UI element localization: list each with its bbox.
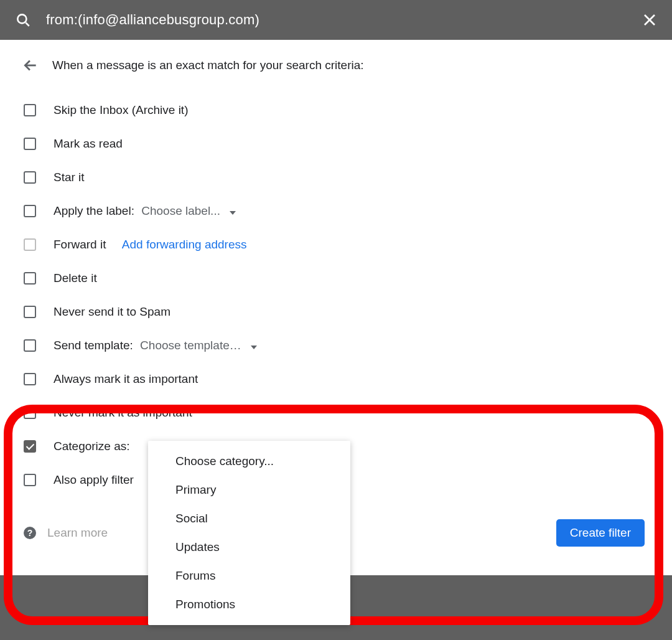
option-delete-it[interactable]: Delete it (22, 261, 650, 295)
back-icon[interactable] (22, 57, 39, 73)
dropdown-item-forums[interactable]: Forums (148, 562, 350, 590)
checkbox-mark-read[interactable] (24, 138, 36, 150)
select-send-template[interactable]: Choose template… (140, 339, 241, 352)
svg-point-0 (17, 14, 26, 23)
category-dropdown[interactable]: Choose category... Primary Social Update… (148, 441, 350, 625)
panel-title: When a message is an exact match for you… (52, 59, 364, 72)
add-forwarding-link[interactable]: Add forwarding address (122, 238, 247, 251)
close-icon[interactable] (642, 12, 657, 27)
checkbox-delete-it[interactable] (24, 272, 36, 285)
label-mark-read: Mark as read (54, 137, 123, 151)
checkbox-never-important[interactable] (24, 407, 36, 419)
option-skip-inbox[interactable]: Skip the Inbox (Archive it) (22, 93, 650, 127)
dropdown-item-primary[interactable]: Primary (148, 476, 350, 504)
label-forward-it: Forward it Add forwarding address (54, 238, 247, 252)
dropdown-item-choose[interactable]: Choose category... (148, 447, 350, 476)
label-delete-it: Delete it (54, 271, 97, 285)
dropdown-item-social[interactable]: Social (148, 504, 350, 533)
checkbox-categorize-as[interactable] (24, 440, 36, 453)
checkbox-forward-it[interactable] (24, 238, 36, 251)
label-categorize-as: Categorize as: (54, 440, 130, 453)
option-never-spam[interactable]: Never send it to Spam (22, 295, 650, 329)
dropdown-item-promotions[interactable]: Promotions (148, 590, 350, 619)
dropdown-item-updates[interactable]: Updates (148, 533, 350, 562)
help-icon[interactable]: ? (24, 527, 36, 539)
label-star-it: Star it (54, 171, 85, 184)
checkbox-also-apply[interactable] (24, 474, 36, 486)
chevron-down-icon[interactable] (230, 211, 236, 215)
option-mark-read[interactable]: Mark as read (22, 127, 650, 161)
chevron-down-icon[interactable] (251, 346, 257, 349)
option-apply-label[interactable]: Apply the label: Choose label... (22, 194, 650, 228)
option-star-it[interactable]: Star it (22, 161, 650, 194)
checkbox-skip-inbox[interactable] (24, 104, 36, 116)
option-always-important[interactable]: Always mark it as important (22, 362, 650, 396)
label-never-important: Never mark it as important (54, 406, 192, 420)
search-query[interactable]: from:(info@alliancebusgroup.com) (46, 12, 642, 28)
svg-marker-5 (230, 211, 236, 215)
checkbox-apply-label[interactable] (24, 205, 36, 217)
panel-header: When a message is an exact match for you… (22, 57, 650, 73)
search-bar: from:(info@alliancebusgroup.com) (0, 0, 672, 40)
checkbox-send-template[interactable] (24, 339, 36, 352)
option-never-important[interactable]: Never mark it as important (22, 396, 650, 430)
svg-marker-6 (251, 346, 257, 349)
label-also-apply: Also apply filter (54, 473, 134, 487)
label-never-spam: Never send it to Spam (54, 305, 170, 319)
checkbox-always-important[interactable] (24, 373, 36, 385)
select-apply-label[interactable]: Choose label... (141, 204, 220, 217)
label-skip-inbox: Skip the Inbox (Archive it) (54, 103, 188, 117)
option-forward-it[interactable]: Forward it Add forwarding address (22, 228, 650, 261)
checkbox-never-spam[interactable] (24, 306, 36, 318)
label-send-template: Send template: Choose template… (54, 339, 257, 352)
create-filter-button[interactable]: Create filter (556, 519, 645, 547)
option-send-template[interactable]: Send template: Choose template… (22, 329, 650, 362)
label-apply-label: Apply the label: Choose label... (54, 204, 236, 218)
search-icon (15, 12, 31, 28)
label-always-important: Always mark it as important (54, 372, 198, 386)
svg-line-1 (26, 22, 29, 26)
checkbox-star-it[interactable] (24, 171, 36, 184)
